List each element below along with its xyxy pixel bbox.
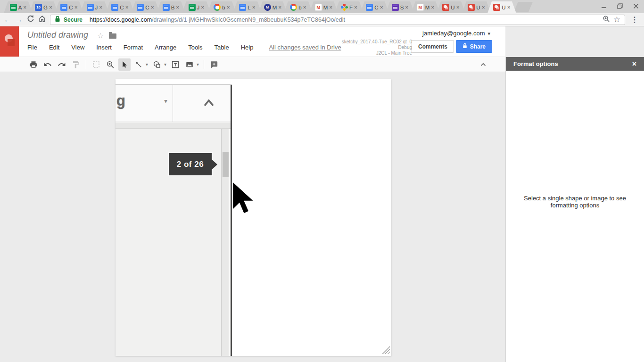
browser-tab[interactable]: A	[4, 1, 33, 13]
browser-tab-active[interactable]: U	[487, 1, 516, 13]
browser-menu-icon[interactable]	[629, 15, 640, 24]
browser-tab[interactable]: L	[233, 1, 262, 13]
tab-close-icon[interactable]	[151, 5, 154, 10]
browser-tab[interactable]: U	[437, 1, 465, 13]
browser-tab[interactable]: J	[182, 1, 211, 13]
tab-close-icon[interactable]	[354, 5, 357, 10]
tab-close-icon[interactable]	[507, 5, 511, 10]
tab-close-icon[interactable]	[252, 5, 256, 10]
browser-tab[interactable]: b	[207, 1, 236, 13]
page-resize-handle[interactable]	[382, 346, 390, 354]
menu-file[interactable]: File	[27, 44, 37, 51]
gmail-icon	[417, 4, 424, 11]
bookmark-star-icon[interactable]	[613, 15, 620, 25]
secure-label: Secure	[64, 16, 83, 23]
embedded-image-edge	[231, 85, 232, 356]
share-button[interactable]: Share	[456, 40, 492, 53]
select-tool-button[interactable]	[118, 58, 131, 71]
star-document-icon[interactable]	[97, 31, 104, 40]
line-tool-caret-icon[interactable]	[146, 62, 148, 67]
reload-icon[interactable]	[26, 15, 34, 25]
text-box-button[interactable]	[169, 58, 182, 71]
tab-title: S	[400, 5, 404, 10]
tab-close-icon[interactable]	[74, 5, 78, 10]
line-tool-button[interactable]	[132, 58, 145, 71]
back-icon[interactable]	[4, 16, 11, 24]
paint-format-button[interactable]	[70, 58, 82, 71]
image-caret-icon[interactable]	[197, 62, 199, 67]
account-menu[interactable]: jamieday@google.com	[422, 30, 490, 37]
insert-image-button[interactable]	[183, 58, 196, 71]
tab-close-icon[interactable]	[227, 5, 230, 10]
browser-tab[interactable]: F	[335, 1, 363, 13]
tab-close-icon[interactable]	[380, 5, 383, 10]
menu-table[interactable]: Table	[215, 44, 229, 51]
comments-button[interactable]: Comments	[412, 40, 454, 53]
tab-close-icon[interactable]	[125, 5, 129, 10]
browser-tab[interactable]: b	[284, 1, 313, 13]
tab-title: U	[476, 5, 480, 10]
embedded-dropdown-caret-icon	[164, 97, 167, 105]
menu-insert[interactable]: Insert	[96, 44, 112, 51]
close-panel-icon[interactable]	[632, 60, 636, 68]
tab-title: C	[120, 5, 124, 10]
forward-icon[interactable]	[15, 16, 23, 24]
zoom-fit-button[interactable]	[90, 58, 102, 71]
browser-tab[interactable]: U	[462, 1, 491, 13]
tab-close-icon[interactable]	[23, 5, 26, 10]
tab-close-icon[interactable]	[456, 5, 460, 10]
tab-close-icon[interactable]	[278, 5, 281, 10]
tab-close-icon[interactable]	[99, 5, 102, 10]
menu-edit[interactable]: Edit	[49, 44, 59, 51]
browser-tab[interactable]: C	[55, 1, 83, 13]
document-title[interactable]: Untitled drawing	[27, 30, 88, 40]
shape-tool-caret-icon[interactable]	[164, 62, 166, 67]
browser-tab[interactable]: C	[360, 1, 389, 13]
browser-tab[interactable]: G	[29, 1, 58, 13]
new-tab-button[interactable]	[514, 2, 533, 12]
tab-close-icon[interactable]	[482, 5, 485, 10]
zoom-page-icon[interactable]	[603, 15, 610, 25]
undo-button[interactable]	[41, 58, 54, 71]
tab-close-icon[interactable]	[201, 5, 204, 10]
shape-tool-button[interactable]	[151, 58, 163, 71]
embedded-screenshot-image[interactable]: g	[116, 84, 232, 356]
menu-tools[interactable]: Tools	[188, 44, 202, 51]
restore-icon[interactable]	[617, 3, 623, 9]
drawings-logo[interactable]	[0, 26, 19, 57]
close-icon[interactable]	[633, 3, 639, 9]
tab-close-icon[interactable]	[303, 5, 306, 10]
home-icon[interactable]	[38, 15, 46, 25]
menu-view[interactable]: View	[71, 44, 84, 51]
browser-tab[interactable]: S	[386, 1, 414, 13]
insert-comment-button[interactable]	[208, 58, 220, 71]
browser-tab[interactable]: M	[258, 1, 287, 13]
browser-tab[interactable]: M	[309, 1, 338, 13]
tab-close-icon[interactable]	[431, 5, 434, 10]
menu-arrange[interactable]: Arrange	[155, 44, 176, 51]
tab-close-icon[interactable]	[176, 5, 179, 10]
tab-close-icon[interactable]	[49, 5, 52, 10]
tab-close-icon[interactable]	[405, 5, 408, 10]
tab-close-icon[interactable]	[329, 5, 332, 10]
browser-tab[interactable]: C	[131, 1, 160, 13]
calendar-icon	[35, 4, 42, 11]
browser-tab[interactable]: B	[157, 1, 185, 13]
menu-format[interactable]: Format	[124, 44, 143, 51]
browser-tab[interactable]: C	[106, 1, 134, 13]
address-bar[interactable]: Secure https://docs.google.com/drawings/…	[50, 15, 625, 25]
print-button[interactable]	[27, 58, 40, 71]
redo-button[interactable]	[56, 58, 68, 71]
collapse-toolbar-icon[interactable]	[479, 60, 488, 70]
url-text: https://docs.google.com/drawings/d/1-jMG…	[90, 16, 599, 23]
drawing-canvas-page[interactable]: g 2 of 26	[116, 79, 391, 356]
menu-help[interactable]: Help	[241, 44, 254, 51]
browser-tab[interactable]: M	[411, 1, 440, 13]
minimize-icon[interactable]	[601, 3, 607, 9]
cursor-arrow-icon	[224, 179, 260, 219]
tab-title: B	[171, 5, 175, 10]
move-to-folder-icon[interactable]	[109, 33, 116, 39]
zoom-in-button[interactable]	[104, 58, 116, 71]
save-status-link[interactable]: All changes saved in Drive	[269, 44, 341, 51]
browser-tab[interactable]: J	[80, 1, 109, 13]
